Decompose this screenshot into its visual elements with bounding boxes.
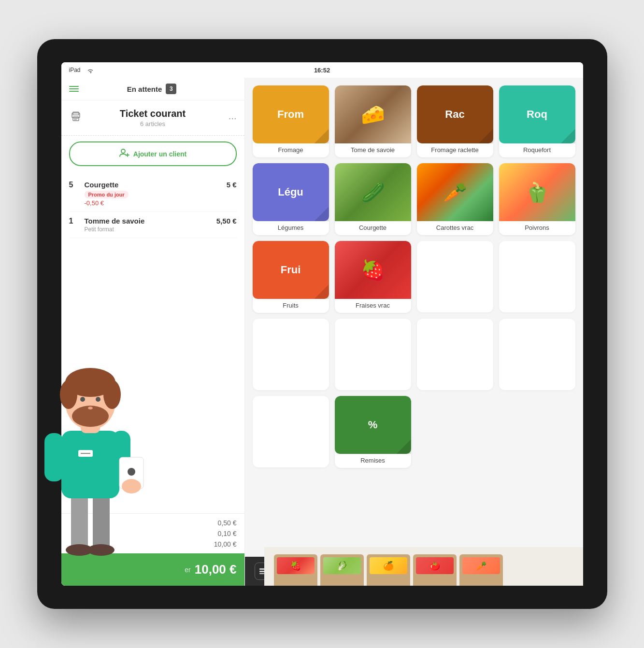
checkout-amount: 10,00 € (195, 562, 237, 577)
ticket-count-badge: 3 (166, 84, 176, 94)
empty-card-slot (499, 241, 575, 312)
product-card-poivrons[interactable]: 🫑Poivrons (499, 163, 575, 235)
product-card-fruits[interactable]: FruiFruits (253, 241, 329, 313)
product-card-label: % (368, 419, 378, 431)
product-grid: FromFromage🧀Tome de savoieRacFromage rac… (245, 78, 583, 557)
total-amount: 0,50 € (198, 519, 237, 527)
print-icon[interactable] (69, 110, 83, 126)
item-info: Courgette Promo du jour -0,50 € (85, 181, 227, 207)
product-card-image: 🧀 (335, 85, 411, 143)
product-card-name: Tome de savoie (349, 143, 397, 154)
product-card-name: Fruits (281, 299, 301, 309)
more-options-button[interactable]: ··· (229, 113, 237, 124)
order-item[interactable]: 1 Tomme de savoie Petit format 5,50 € (69, 212, 237, 238)
promo-badge: Promo du jour (85, 191, 129, 198)
tablet-frame: iPad 16:52 En attente (37, 39, 607, 609)
product-card-legumes[interactable]: LéguLégumes (253, 163, 329, 235)
item-variant: Petit format (85, 226, 216, 233)
add-client-button[interactable]: Ajouter un client (69, 141, 237, 166)
total-row: 0,50 € (69, 518, 237, 528)
item-name: Tomme de savoie (85, 217, 216, 225)
product-card-image: 🥕 (417, 163, 493, 221)
empty-card-slot (417, 241, 493, 312)
product-card-label: Frui (281, 264, 301, 276)
product-card-fraises[interactable]: 🍓Fraises vrac (335, 241, 411, 313)
fruit-boxes: 🍓 🥬 🍊 🍅 🥕 (264, 547, 583, 586)
empty-card-slot (499, 319, 575, 390)
product-card-courgette[interactable]: 🥒Courgette (335, 163, 411, 235)
product-card-tome[interactable]: 🧀Tome de savoie (335, 85, 411, 157)
tablet-screen: iPad 16:52 En attente (61, 62, 583, 586)
time-display: 16:52 (314, 67, 330, 74)
item-info: Tomme de savoie Petit format (85, 217, 216, 233)
product-card-name: Légumes (276, 221, 305, 231)
product-card-name: Roquefort (521, 143, 553, 154)
item-price: 5 € (227, 181, 237, 189)
ticket-title-area: Ticket courant 6 articles ··· (61, 100, 244, 136)
item-name: Courgette (85, 181, 227, 189)
product-card-label: Rac (445, 108, 464, 121)
add-client-label: Ajouter un client (133, 150, 186, 158)
ticket-subtitle: 6 articles (86, 120, 220, 127)
svg-rect-18 (44, 433, 64, 481)
promo-discount: -0,50 € (85, 199, 227, 207)
product-card-name: Courgette (357, 221, 388, 231)
totals-area: 0,50 € 0,10 € 10,00 € (61, 513, 244, 553)
product-card-name: Fromage raclette (429, 143, 480, 154)
checkout-button[interactable]: er 10,00 € (61, 553, 244, 586)
product-card-roquefort[interactable]: RoqRoquefort (499, 85, 575, 157)
product-card-label: From (277, 108, 304, 121)
status-bar: iPad 16:52 (61, 62, 583, 78)
left-header: En attente 3 (61, 78, 244, 100)
total-row: 0,10 € (69, 528, 237, 539)
right-panel: FromFromage🧀Tome de savoieRacFromage rac… (245, 78, 583, 586)
product-card-fromage-raclette[interactable]: RacFromage raclette (417, 85, 493, 157)
product-card-name: Remises (358, 454, 387, 464)
total-amount: 0,10 € (198, 530, 237, 537)
left-panel: En attente 3 (61, 78, 245, 586)
wifi-icon (86, 67, 94, 76)
product-card-name: Carottes vrac (434, 221, 475, 231)
product-card-image: 🫑 (499, 163, 575, 221)
item-quantity: 1 (69, 217, 81, 225)
product-card-image: 🍓 (335, 241, 411, 299)
product-card-label: Roq (527, 108, 547, 121)
empty-card-slot (253, 396, 329, 467)
svg-point-5 (121, 149, 125, 153)
product-card-carottes[interactable]: 🥕Carottes vrac (417, 163, 493, 235)
product-card-image: 🥒 (335, 163, 411, 221)
ticket-title: Ticket courant (86, 108, 220, 119)
svg-rect-1 (73, 112, 79, 115)
empty-card-slot (253, 319, 329, 390)
add-client-icon (119, 147, 129, 160)
main-area: En attente 3 (61, 78, 583, 586)
empty-card-slot (335, 319, 411, 390)
product-card-fromage[interactable]: FromFromage (253, 85, 329, 157)
hamburger-button[interactable] (69, 86, 79, 92)
item-quantity: 5 (69, 181, 81, 189)
total-amount: 10,00 € (198, 540, 237, 548)
device-label: iPad (69, 67, 81, 73)
product-card-label: Légu (278, 186, 303, 198)
total-row: 10,00 € (69, 539, 237, 549)
svg-rect-10 (259, 573, 264, 574)
product-card-name: Fromage (276, 143, 305, 154)
empty-card-slot (417, 319, 493, 390)
product-card-remises[interactable]: %Remises (335, 396, 411, 468)
ticket-status: En attente 3 (127, 84, 177, 94)
order-items-list: 5 Courgette Promo du jour -0,50 € 5 € 1 (61, 172, 244, 513)
product-card-name: Fraises vrac (354, 299, 392, 309)
status-label: En attente (127, 85, 162, 93)
item-price: 5,50 € (216, 217, 237, 225)
product-card-name: Poivrons (523, 221, 551, 231)
order-item[interactable]: 5 Courgette Promo du jour -0,50 € 5 € (69, 176, 237, 212)
checkout-label: er (185, 566, 190, 574)
